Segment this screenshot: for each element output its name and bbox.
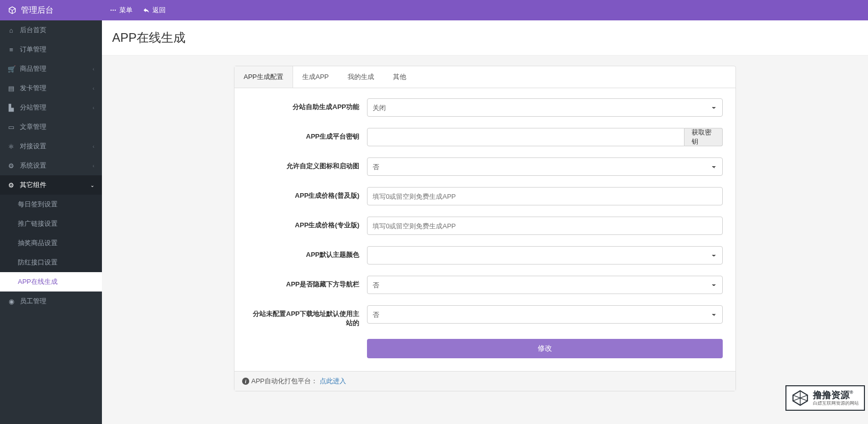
label-custom-icon: 允许自定义图标和启动图 bbox=[247, 157, 367, 171]
tab-generate[interactable]: 生成APP bbox=[293, 66, 338, 88]
sidebar-item-label: 对接设置 bbox=[20, 142, 46, 151]
select-fallback[interactable]: 否 bbox=[367, 305, 723, 324]
list-icon: ≡ bbox=[8, 46, 15, 54]
sidebar-sub-label: 每日签到设置 bbox=[18, 200, 58, 208]
label-hide-nav: APP是否隐藏下方导航栏 bbox=[247, 276, 367, 289]
label-theme: APP默认主题颜色 bbox=[247, 246, 367, 259]
sidebar: ⌂后台首页 ≡订单管理 🛒商品管理‹ ▤发卡管理‹ ▙分站管理‹ ▭文章管理 ⚛… bbox=[0, 20, 102, 424]
watermark-title: 撸撸资源 bbox=[813, 390, 850, 400]
sidebar-item-goods[interactable]: 🛒商品管理‹ bbox=[0, 59, 102, 78]
sidebar-item-label: 分站管理 bbox=[20, 103, 46, 112]
sidebar-item-home[interactable]: ⌂后台首页 bbox=[0, 20, 102, 40]
site-icon: ▙ bbox=[8, 104, 15, 112]
chevron-down-icon: ⌄ bbox=[90, 182, 94, 188]
sidebar-item-label: 商品管理 bbox=[20, 64, 46, 73]
tab-mine[interactable]: 我的生成 bbox=[338, 66, 384, 88]
gear-icon: ⚙ bbox=[8, 162, 15, 170]
svg-point-2 bbox=[115, 10, 116, 11]
sidebar-item-label: 员工管理 bbox=[20, 297, 46, 306]
watermark: 撸撸资源® 白嫖互联网资源的网站 bbox=[785, 385, 865, 411]
input-price-basic[interactable] bbox=[367, 187, 723, 205]
user-icon: ◉ bbox=[8, 298, 15, 305]
footnote-text: APP自动化打包平台： bbox=[251, 377, 318, 386]
back-button-label: 返回 bbox=[152, 6, 166, 15]
sidebar-item-label: 系统设置 bbox=[20, 161, 46, 170]
label-price-pro: APP生成价格(专业版) bbox=[247, 217, 367, 230]
card-icon: ▤ bbox=[8, 85, 15, 92]
back-button[interactable]: 返回 bbox=[143, 6, 166, 15]
card: APP生成配置 生成APP 我的生成 其他 分站自助生成APP功能 关闭 APP… bbox=[234, 66, 736, 391]
tab-other[interactable]: 其他 bbox=[384, 66, 416, 88]
sidebar-item-sites[interactable]: ▙分站管理‹ bbox=[0, 98, 102, 117]
chevron-left-icon: ‹ bbox=[93, 144, 94, 149]
watermark-sub: 白嫖互联网资源的网站 bbox=[813, 401, 859, 406]
sidebar-sub-checkin[interactable]: 每日签到设置 bbox=[0, 195, 102, 214]
label-price-basic: APP生成价格(普及版) bbox=[247, 187, 367, 200]
watermark-r: ® bbox=[850, 390, 853, 395]
doc-icon: ▭ bbox=[8, 123, 15, 131]
label-self-gen: 分站自助生成APP功能 bbox=[247, 98, 367, 112]
sidebar-item-cards[interactable]: ▤发卡管理‹ bbox=[0, 78, 102, 98]
sidebar-item-integrations[interactable]: ⚛对接设置‹ bbox=[0, 137, 102, 156]
sidebar-item-articles[interactable]: ▭文章管理 bbox=[0, 117, 102, 137]
page-title: APP在线生成 bbox=[102, 20, 868, 56]
sidebar-item-label: 文章管理 bbox=[20, 122, 46, 131]
sidebar-item-staff[interactable]: ◉员工管理 bbox=[0, 292, 102, 311]
sidebar-sub-label: 抽奖商品设置 bbox=[18, 239, 58, 247]
brand-title: 管理后台 bbox=[21, 5, 54, 16]
sidebar-item-other[interactable]: ⚙其它组件⌄ bbox=[0, 175, 102, 195]
select-self-gen[interactable]: 关闭 bbox=[367, 98, 723, 117]
home-icon: ⌂ bbox=[8, 26, 15, 34]
label-key: APP生成平台密钥 bbox=[247, 128, 367, 141]
chevron-left-icon: ‹ bbox=[93, 163, 94, 169]
sidebar-sub-appgen[interactable]: APP在线生成 bbox=[0, 272, 102, 292]
sidebar-item-system[interactable]: ⚙系统设置‹ bbox=[0, 156, 102, 175]
menu-button-label: 菜单 bbox=[119, 6, 133, 15]
link-icon: ⚛ bbox=[8, 143, 15, 150]
footnote-link[interactable]: 点此进入 bbox=[320, 377, 346, 386]
input-key[interactable] bbox=[367, 128, 685, 146]
submit-button[interactable]: 修改 bbox=[367, 339, 723, 358]
sidebar-item-label: 后台首页 bbox=[20, 25, 46, 35]
footnote: i APP自动化打包平台： 点此进入 bbox=[234, 371, 735, 391]
select-hide-nav[interactable]: 否 bbox=[367, 276, 723, 294]
menu-dots-icon bbox=[110, 7, 117, 14]
chevron-left-icon: ‹ bbox=[93, 86, 94, 91]
brand: 管理后台 bbox=[0, 5, 102, 16]
select-custom-icon[interactable]: 否 bbox=[367, 157, 723, 176]
sidebar-item-label: 其它组件 bbox=[20, 180, 46, 190]
sidebar-sub-label: 推广链接设置 bbox=[18, 220, 58, 227]
watermark-logo-icon bbox=[792, 389, 809, 407]
chevron-left-icon: ‹ bbox=[93, 66, 94, 72]
cart-icon: 🛒 bbox=[8, 65, 15, 73]
menu-button[interactable]: 菜单 bbox=[110, 6, 133, 15]
sidebar-sub-lottery[interactable]: 抽奖商品设置 bbox=[0, 233, 102, 253]
sidebar-item-label: 发卡管理 bbox=[20, 84, 46, 93]
sidebar-item-orders[interactable]: ≡订单管理 bbox=[0, 40, 102, 59]
sidebar-sub-promo[interactable]: 推广链接设置 bbox=[0, 214, 102, 233]
svg-point-1 bbox=[113, 10, 114, 11]
content-area: APP在线生成 APP生成配置 生成APP 我的生成 其他 分站自助生成APP功… bbox=[102, 20, 868, 424]
select-theme[interactable] bbox=[367, 246, 723, 264]
cogs-icon: ⚙ bbox=[8, 181, 15, 189]
input-price-pro[interactable] bbox=[367, 217, 723, 235]
sidebar-sub-label: 防红接口设置 bbox=[18, 258, 58, 266]
tabs: APP生成配置 生成APP 我的生成 其他 bbox=[234, 66, 735, 88]
svg-point-0 bbox=[111, 10, 112, 11]
sidebar-sub-antired[interactable]: 防红接口设置 bbox=[0, 253, 102, 272]
back-arrow-icon bbox=[143, 7, 150, 14]
chevron-left-icon: ‹ bbox=[93, 105, 94, 111]
sidebar-item-label: 订单管理 bbox=[20, 45, 46, 54]
tab-config[interactable]: APP生成配置 bbox=[234, 66, 293, 88]
sidebar-sub-label: APP在线生成 bbox=[18, 278, 58, 285]
label-fallback: 分站未配置APP下载地址默认使用主站的 bbox=[247, 305, 367, 328]
info-icon: i bbox=[242, 378, 249, 385]
cube-icon bbox=[8, 6, 17, 15]
get-key-button[interactable]: 获取密钥 bbox=[685, 128, 723, 146]
